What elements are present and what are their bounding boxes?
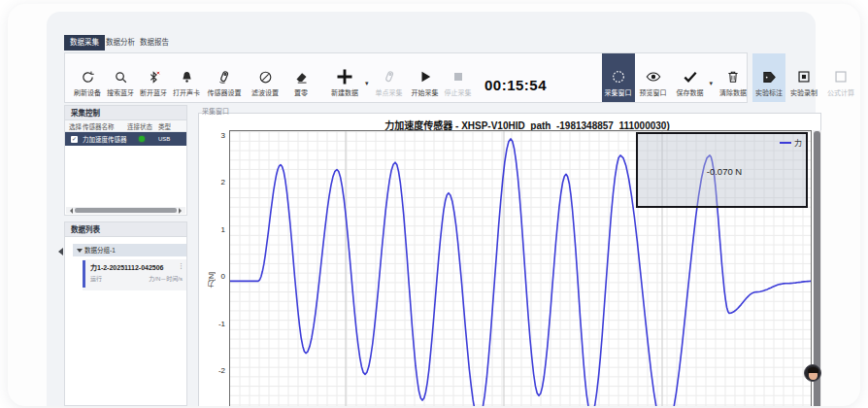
legend-line-swatch [780,142,791,144]
experiment-record-button[interactable]: 实验录制 [785,53,822,102]
data-list-title: 数据列表 [65,222,186,237]
toolbar: 刷新设备 搜索蓝牙 断开蓝牙 打开声卡 传感器设置 滤波设置 置零 新建数据 [64,52,748,103]
data-item-title: 力1-2-20251112-042506 [90,262,164,272]
sensor-type: USB [158,136,170,142]
app-window: 数据采集 数据分析 数据报告 刷新设备 搜索蓝牙 断开蓝牙 打开声卡 传感器设置… [8,4,860,406]
trash-icon [726,66,740,87]
sensor-name: 力加速度传感器 [83,134,131,144]
sensor-settings-button[interactable]: 传感器设置 [203,53,246,102]
data-item-accent [83,260,85,288]
refresh-device-button[interactable]: 刷新设备 [71,53,104,102]
y-tick-label: -1 [208,320,225,328]
chevron-down-icon [77,249,83,253]
save-data-dropdown-caret[interactable]: ▾ [710,68,714,87]
data-item-menu-icon[interactable]: ⋮ [178,262,184,270]
collect-control-title: 采集控制 [65,106,186,120]
collect-control-panel: 采集控制 选择 传感器名称 连接状态 类型 ✓ 力加速度传感器 USB [64,105,187,216]
data-item-axes: 力/N－时间/s [149,274,183,283]
avatar-hair-icon [808,367,818,373]
col-conn-status: 连接状态 [127,121,158,131]
filter-settings-button[interactable]: 滤波设置 [246,53,284,102]
dashed-circle-icon [611,66,626,87]
y-axis-label: 力[N] [207,272,217,288]
legend-series-label: 力 [794,137,802,148]
start-collect-button[interactable]: 开始采集 [409,53,442,102]
refresh-icon [81,66,95,87]
tag-icon [762,66,777,87]
panel-collapse-handle[interactable] [58,248,63,255]
save-data-button[interactable]: 保存数据 [672,53,709,102]
hscroll-thumb[interactable] [75,208,177,213]
preview-window-button[interactable]: 预览窗口 [635,53,672,102]
y-tick-label: -2 [208,366,225,375]
data-item-card[interactable]: 力1-2-20251112-042506 运行 力/N－时间/s ⋮ [83,259,186,290]
search-bluetooth-button[interactable]: 搜索蓝牙 [104,53,137,102]
clear-data-button[interactable]: 清除数据 [714,53,752,102]
sensor-checkbox[interactable]: ✓ [71,136,78,143]
experiment-annotation-button[interactable]: 实验标注 [752,53,785,102]
y-tick-label: 3 [208,131,225,140]
open-soundcard-button[interactable]: 打开声卡 [170,53,203,102]
formula-calc-button[interactable]: 公式计算 [822,53,859,102]
eye-icon [646,66,661,87]
search-icon [114,66,128,87]
data-list-panel: 数据列表 数据分组-1 力1-2-20251112-042506 运行 力/N－… [64,221,187,406]
sensor-table-hscrollbar[interactable] [66,207,185,214]
chart-legend: 力 [780,137,802,148]
new-data-button[interactable]: 新建数据 [325,53,364,102]
sensor-table-header: 选择 传感器名称 连接状态 类型 [65,120,186,132]
elapsed-timer: 00:15:54 [484,77,547,93]
sensor-row[interactable]: ✓ 力加速度传感器 USB [65,132,186,146]
frame-icon [834,66,848,87]
tab-data-collect[interactable]: 数据采集 [64,35,105,51]
value-annotation: -0.070 N [687,166,761,177]
stop-collect-button[interactable]: 停止采集 [442,53,475,102]
check-icon [683,66,698,87]
single-point-collect-button[interactable]: 单点采集 [370,53,409,102]
play-icon [418,66,432,87]
eraser-icon [294,66,309,87]
capture-window-button[interactable]: 采集窗口 [602,53,635,102]
avatar-floating-button[interactable] [804,364,821,382]
scroll-left-arrow-icon[interactable] [67,208,73,214]
hand-icon [382,66,397,87]
dial-icon [258,66,273,87]
plus-icon [335,66,354,87]
sensor-icon [217,66,232,87]
new-data-dropdown-caret[interactable]: ▾ [365,68,369,87]
disconnect-bluetooth-button[interactable]: 断开蓝牙 [137,53,170,102]
tab-data-report[interactable]: 数据报告 [134,35,175,51]
col-select: 选择 [65,121,83,131]
col-type: 类型 [158,121,171,131]
zero-button[interactable]: 置零 [284,53,317,102]
capture-window-group-label: 采集窗口 [199,106,232,116]
y-tick-label: 2 [208,178,225,187]
bell-icon [180,66,194,87]
col-sensor-name: 传感器名称 [83,121,127,131]
y-tick-label: 1 [208,225,225,234]
data-group-row[interactable]: 数据分组-1 [73,244,186,256]
scroll-right-arrow-icon[interactable] [179,208,184,214]
bluetooth-off-icon [147,66,161,87]
record-frame-icon [797,66,811,87]
data-group-label: 数据分组-1 [84,247,116,254]
data-item-status: 运行 [90,274,102,283]
stop-icon [452,66,464,87]
connection-status-dot [139,136,145,142]
